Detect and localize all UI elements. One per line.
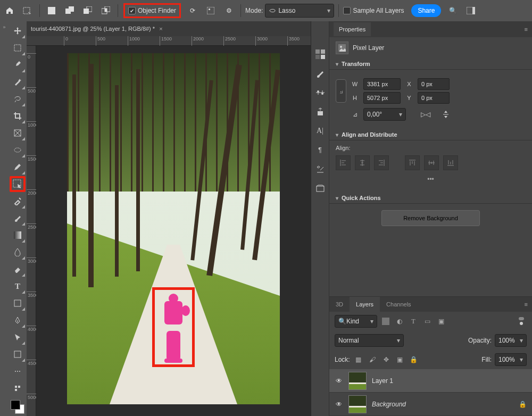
tab-3d[interactable]: 3D: [329, 297, 350, 312]
healing-brush-tool[interactable]: [10, 193, 26, 209]
lock-position-icon[interactable]: ✥: [381, 354, 392, 365]
selection-add-icon[interactable]: [62, 3, 77, 18]
filter-pixel-icon[interactable]: [380, 316, 391, 327]
swatches-icon[interactable]: [314, 48, 327, 61]
object-finder-checkbox[interactable]: Object Finder: [123, 3, 181, 18]
align-right-icon[interactable]: [374, 155, 389, 170]
refresh-icon[interactable]: ⟳: [185, 3, 200, 18]
eraser-tool[interactable]: [10, 261, 26, 277]
selection-subtract-icon[interactable]: [80, 3, 95, 18]
visibility-icon[interactable]: 👁: [335, 377, 343, 385]
mode-dropdown[interactable]: Lasso: [265, 4, 334, 18]
path-selection-tool[interactable]: [10, 329, 26, 345]
ruler-vertical[interactable]: 0 500 1000 1500 2000 2500 3000 3500 4000…: [27, 46, 36, 416]
more-tools[interactable]: ⋯: [10, 363, 26, 379]
height-field[interactable]: [363, 92, 401, 104]
libraries-icon[interactable]: [314, 182, 327, 195]
lock-artboard-icon[interactable]: ▣: [395, 354, 405, 365]
link-wh-icon[interactable]: ⟓: [336, 79, 346, 103]
filter-adjustment-icon[interactable]: ◐: [394, 316, 405, 327]
tab-channels[interactable]: Channels: [380, 297, 417, 312]
filter-toggle[interactable]: [516, 316, 527, 327]
lock-transparency-icon[interactable]: ▦: [353, 354, 364, 365]
pencil-tool[interactable]: [10, 159, 26, 175]
magic-wand-tool[interactable]: [10, 74, 26, 90]
crop-tool[interactable]: [10, 108, 26, 124]
artboard-tool[interactable]: [10, 346, 26, 362]
flip-horizontal-icon[interactable]: ▷◁: [421, 111, 430, 118]
angle-field[interactable]: 0,00°: [363, 108, 406, 121]
lock-icon[interactable]: 🔒: [519, 401, 527, 408]
lasso-tool[interactable]: [10, 91, 26, 107]
x-field[interactable]: [418, 78, 450, 90]
edit-toolbar-icon[interactable]: [10, 380, 26, 396]
tab-properties[interactable]: Properties: [334, 22, 371, 36]
close-tab-icon[interactable]: ×: [159, 26, 162, 32]
brush-tool[interactable]: [10, 210, 26, 226]
workspace-icon[interactable]: [463, 3, 478, 18]
home-icon[interactable]: [2, 3, 17, 18]
layer-thumbnail[interactable]: [348, 372, 367, 390]
lock-paint-icon[interactable]: 🖌: [367, 354, 378, 365]
panel-menu-icon[interactable]: ≡: [520, 301, 532, 307]
pen-tool[interactable]: [10, 312, 26, 328]
align-top-icon[interactable]: [405, 155, 420, 170]
filter-kind-dropdown[interactable]: 🔍 Kind: [335, 315, 377, 328]
sample-all-checkbox[interactable]: Sample All Layers: [343, 7, 404, 14]
selection-new-icon[interactable]: [44, 3, 59, 18]
layer-row[interactable]: 👁 Background 🔒: [329, 393, 532, 416]
color-swatches[interactable]: [11, 400, 24, 414]
search-icon[interactable]: 🔍: [445, 3, 460, 18]
tab-layers[interactable]: Layers: [350, 297, 380, 312]
opacity-field[interactable]: 100%: [495, 334, 527, 347]
ruler-horizontal[interactable]: 0 500 1000 1500 2000 2500 3000 3500: [27, 36, 311, 46]
frame-tool[interactable]: [10, 125, 26, 141]
align-bottom-icon[interactable]: [443, 155, 458, 170]
canvas[interactable]: [36, 46, 311, 416]
section-align[interactable]: Align and Distribute: [329, 129, 532, 140]
marquee-tool[interactable]: [10, 40, 26, 56]
clone-source-icon[interactable]: [314, 105, 327, 118]
shape-tool[interactable]: [10, 295, 26, 311]
fill-field[interactable]: 100%: [495, 353, 527, 366]
selection-intersect-icon[interactable]: [98, 3, 113, 18]
gradient-tool[interactable]: [10, 227, 26, 243]
section-quick-actions[interactable]: Quick Actions: [329, 193, 532, 203]
gear-icon[interactable]: ⚙: [221, 3, 236, 18]
foreground-color[interactable]: [11, 400, 20, 410]
overlay-options-icon[interactable]: [203, 3, 218, 18]
move-tool[interactable]: [10, 23, 26, 39]
section-transform[interactable]: Transform: [329, 59, 532, 69]
paragraph-icon[interactable]: ¶: [314, 144, 327, 156]
layer-thumbnail[interactable]: [348, 395, 367, 413]
panel-expand-gutter[interactable]: »: [0, 21, 9, 416]
width-field[interactable]: [363, 78, 401, 90]
tool-preset-icon[interactable]: [20, 3, 35, 18]
more-align-icon[interactable]: •••: [336, 172, 526, 186]
lock-all-icon[interactable]: 🔒: [409, 354, 419, 365]
align-hcenter-icon[interactable]: [355, 155, 370, 170]
flip-vertical-icon[interactable]: [442, 110, 450, 119]
character-icon[interactable]: A|: [314, 124, 327, 137]
remove-background-button[interactable]: Remove Background: [381, 210, 480, 226]
filter-smart-icon[interactable]: ▣: [436, 316, 446, 327]
filter-type-icon[interactable]: T: [408, 316, 419, 327]
align-vcenter-icon[interactable]: [424, 155, 439, 170]
eyedropper-tool[interactable]: [10, 57, 26, 73]
blend-mode-dropdown[interactable]: Normal: [335, 334, 404, 347]
document-tab[interactable]: tourist-4400871.jpg @ 25% (Layer 1, RGB/…: [27, 21, 311, 36]
align-left-icon[interactable]: [336, 155, 351, 170]
object-selection-tool[interactable]: [10, 176, 26, 192]
visibility-icon[interactable]: 👁: [335, 401, 343, 408]
share-button[interactable]: Share: [411, 4, 441, 17]
layer-name[interactable]: Background: [372, 401, 406, 408]
tool-presets-icon[interactable]: [314, 163, 327, 176]
blur-tool[interactable]: [10, 244, 26, 260]
filter-shape-icon[interactable]: ▭: [422, 316, 433, 327]
patch-tool[interactable]: [10, 142, 26, 158]
layer-row[interactable]: 👁 Layer 1: [329, 369, 532, 393]
y-field[interactable]: [418, 92, 450, 104]
brushes-icon[interactable]: [314, 67, 327, 80]
layer-name[interactable]: Layer 1: [372, 377, 393, 385]
adjustments-icon[interactable]: [314, 86, 327, 99]
